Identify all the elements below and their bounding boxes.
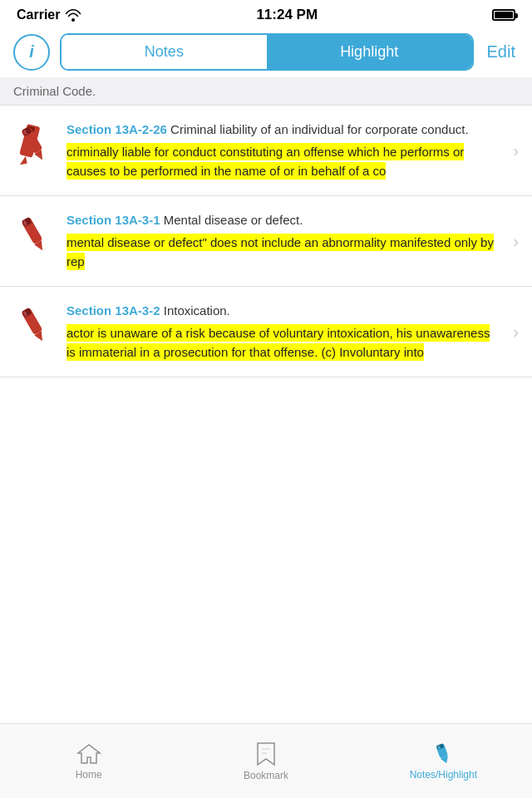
highlight-tab[interactable]: Highlight	[267, 35, 472, 69]
highlight-text-1: criminally liable for conduct constituti…	[66, 143, 464, 180]
item-title-3: Section 13A-3-2 Intoxication.	[66, 302, 501, 319]
bookmark-icon	[255, 741, 277, 766]
item-content-2: Section 13A-3-1 Mental disease or defect…	[66, 211, 501, 271]
status-left: Carrier	[17, 7, 81, 22]
section-header-text: Criminal Code.	[13, 84, 96, 98]
chevron-icon-1: ›	[513, 141, 519, 160]
chevron-icon-3: ›	[513, 323, 519, 342]
chevron-icon-2: ›	[513, 232, 519, 251]
tab-home-label: Home	[76, 769, 102, 781]
section-desc-1: Criminal liability of an individual for …	[167, 122, 469, 136]
item-title-1: Section 13A-2-26 Criminal liability of a…	[66, 121, 501, 138]
notes-tab[interactable]: Notes	[62, 35, 267, 69]
section-number-2: Section 13A-3-1	[66, 213, 160, 227]
marker-icon-3	[13, 302, 55, 352]
item-content-1: Section 13A-2-26 Criminal liability of a…	[66, 121, 501, 180]
tab-home[interactable]: Home	[0, 736, 177, 787]
header: i Notes Highlight Edit	[0, 27, 532, 77]
section-desc-2: Mental disease or defect.	[160, 213, 303, 227]
tab-notes-highlight-label: Notes/Highlight	[410, 769, 477, 781]
notes-highlight-icon	[430, 742, 456, 766]
section-header: Criminal Code.	[0, 77, 532, 106]
marker-icon-1	[13, 121, 55, 170]
section-desc-3: Intoxication.	[160, 303, 230, 318]
section-number-1: Section 13A-2-26	[66, 122, 167, 136]
info-icon: i	[29, 42, 34, 62]
item-title-2: Section 13A-3-1 Mental disease or defect…	[66, 211, 501, 229]
list-item[interactable]: Section 13A-3-2 Intoxication. actor is u…	[0, 287, 532, 377]
status-right	[492, 9, 515, 21]
tab-bookmark-label: Bookmark	[244, 770, 288, 781]
carrier-text: Carrier	[17, 7, 60, 22]
toggle-group: Notes Highlight	[60, 33, 474, 71]
marker-icon-2	[13, 211, 55, 261]
tab-bar: Home Bookmark Notes/Highlight	[0, 723, 532, 798]
highlight-text-3: actor is unaware of a risk because of vo…	[66, 324, 490, 361]
tab-bookmark[interactable]: Bookmark	[177, 735, 354, 788]
items-list: Section 13A-2-26 Criminal liability of a…	[0, 106, 532, 377]
svg-marker-2	[20, 155, 29, 167]
wifi-icon	[65, 8, 81, 22]
info-button[interactable]: i	[13, 34, 50, 71]
item-content-3: Section 13A-3-2 Intoxication. actor is u…	[66, 302, 501, 362]
list-item[interactable]: Section 13A-2-26 Criminal liability of a…	[0, 106, 532, 196]
section-number-3: Section 13A-3-2	[66, 303, 160, 318]
home-icon	[76, 742, 101, 766]
highlight-text-2: mental disease or defect" does not inclu…	[66, 234, 494, 270]
list-item[interactable]: Section 13A-3-1 Mental disease or defect…	[0, 196, 532, 287]
edit-button[interactable]: Edit	[484, 42, 519, 62]
battery-icon	[492, 9, 515, 21]
status-time: 11:24 PM	[256, 7, 318, 23]
tab-notes-highlight[interactable]: Notes/Highlight	[355, 736, 532, 787]
status-bar: Carrier 11:24 PM	[0, 0, 532, 27]
